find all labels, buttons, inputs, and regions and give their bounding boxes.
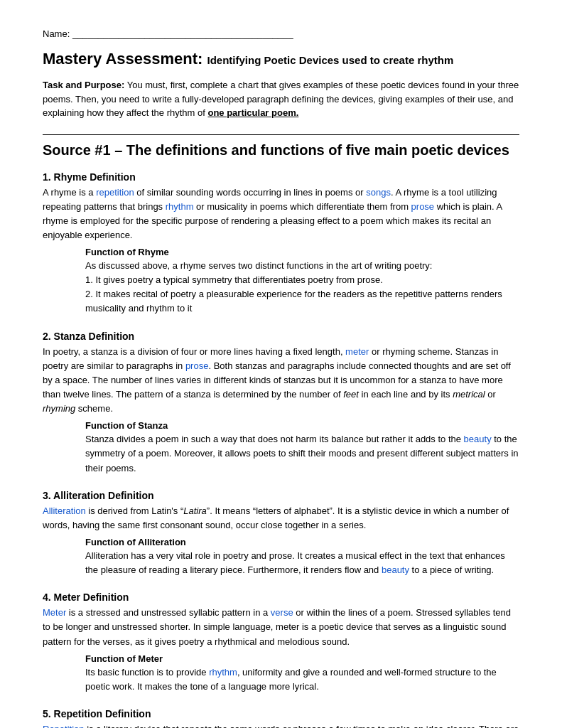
link-meter[interactable]: meter [345,346,369,357]
function-rhyme-title: Function of Rhyme [85,247,519,257]
section-stanza: 2. Stanza Definition In poetry, a stanza… [43,331,519,476]
function-stanza-title: Function of Stanza [85,420,519,431]
link-beauty2[interactable]: beauty [382,564,409,575]
section-meter: 4. Meter Definition Meter is a stressed … [43,592,519,694]
function-rhyme-body: As discussed above, a rhyme serves two d… [85,259,519,316]
section-rhyme: 1. Rhyme Definition A rhyme is a repetit… [43,171,519,316]
text-rhyming: rhyming [43,403,75,414]
function-meter-title: Function of Meter [85,653,519,664]
section-rhyme-title: 1. Rhyme Definition [43,171,519,183]
section-repetition-title: 5. Repetition Definition [43,708,519,719]
link-songs[interactable]: songs [366,187,391,198]
function-alliteration-body: Alliteration has a very vital role in po… [85,549,519,577]
link-prose2[interactable]: prose [185,360,209,371]
function-alliteration-title: Function of Alliteration [85,537,519,547]
section-rhyme-body: A rhyme is a repetition of similar sound… [43,186,519,243]
link-rhythm2[interactable]: rhythm [209,667,237,678]
section-meter-title: 4. Meter Definition [43,592,519,603]
function-stanza-body: Stanza divides a poem in such a way that… [85,432,519,475]
link-prose[interactable]: prose [411,201,435,212]
section-stanza-title: 2. Stanza Definition [43,331,519,342]
link-beauty[interactable]: beauty [464,434,492,444]
source-title: Source #1 – The definitions and function… [43,134,519,159]
link-repetition2[interactable]: Repetition [43,724,85,728]
link-meter2[interactable]: Meter [43,607,66,618]
main-title: Mastery Assessment: Identifying Poetic D… [43,50,519,68]
section-repetition-body: Repetition is a literary device that rep… [43,722,519,728]
section-alliteration: 3. Alliteration Definition Alliteration … [43,490,519,578]
section-alliteration-body: Alliteration is derived from Latin's “La… [43,504,519,532]
link-verse[interactable]: verse [271,607,293,618]
link-alliteration[interactable]: Alliteration [43,505,86,516]
task-section: Task and Purpose: You must, first, compl… [43,78,519,120]
section-meter-body: Meter is a stressed and unstressed sylla… [43,606,519,648]
text-feet: feet [343,389,359,400]
function-meter-body: Its basic function is to provide rhythm,… [85,665,519,694]
section-alliteration-title: 3. Alliteration Definition [43,490,519,501]
link-rhythm[interactable]: rhythm [166,201,194,212]
section-repetition: 5. Repetition Definition Repetition is a… [43,708,519,728]
text-metrical: metrical [453,389,485,400]
link-repetition[interactable]: repetition [96,187,134,198]
section-stanza-body: In poetry, a stanza is a division of fou… [43,345,519,417]
name-line: Name: __________________________________… [43,28,519,39]
